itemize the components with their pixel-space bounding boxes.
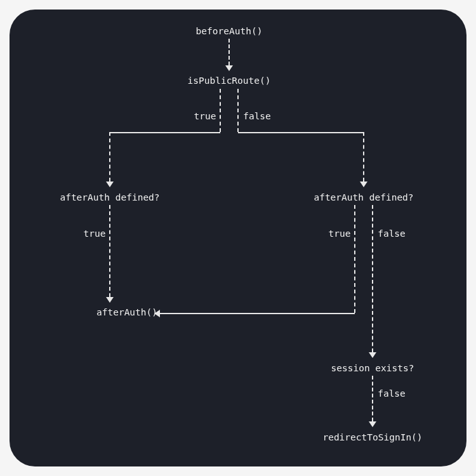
arrow-down-icon [106,182,114,187]
edge-label-true: true [194,111,216,121]
arrow-down-icon [369,352,376,358]
node-before-auth: beforeAuth() [196,26,263,36]
edge [372,205,373,352]
node-after-auth-defined-right: afterAuth defined? [314,192,413,202]
edge [220,89,221,132]
edge [109,205,110,297]
node-is-public-route: isPublicRoute() [188,76,271,86]
arrow-left-icon [154,310,160,317]
edge [354,205,355,313]
arrow-down-icon [106,297,114,303]
node-session-exists: session exists? [331,363,414,373]
edge [363,132,364,182]
edge [109,132,110,182]
edge-label-false: false [378,388,406,399]
edge [110,132,220,133]
edge-label-true: true [329,228,351,239]
arrow-down-icon [369,421,376,427]
edge [237,89,239,132]
edge [228,39,230,65]
flowchart-panel: beforeAuth() isPublicRoute() true false … [10,10,466,466]
edge-label-false: false [378,228,406,239]
edge-label-false: false [243,111,271,121]
edge-label-true: true [84,228,106,239]
arrow-down-icon [360,182,367,187]
edge [238,132,364,133]
node-after-auth-defined-left: afterAuth defined? [60,192,159,202]
edge [159,313,355,314]
arrow-down-icon [225,65,233,71]
node-redirect-to-sign-in: redirectToSignIn() [322,432,422,442]
node-after-auth: afterAuth() [96,307,157,317]
edge [372,376,373,421]
